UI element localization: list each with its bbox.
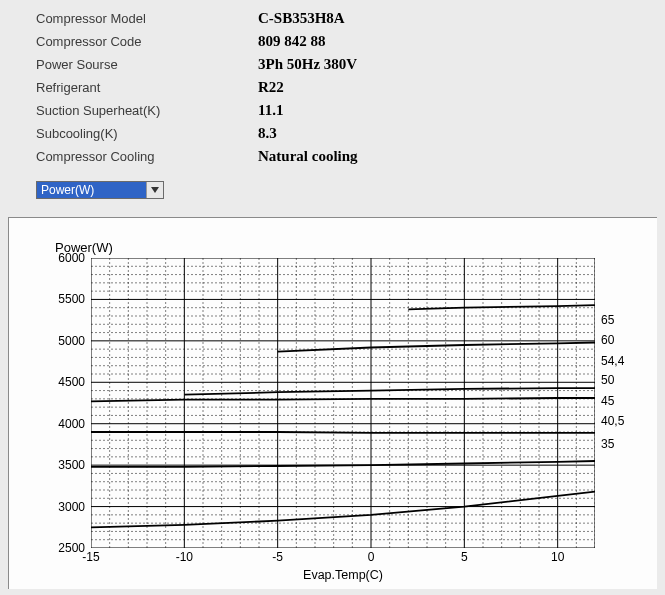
y-tick: 4500 <box>58 375 85 389</box>
spec-value: 3Ph 50Hz 380V <box>258 56 357 73</box>
spec-value: R22 <box>258 79 284 96</box>
plot-area <box>91 258 595 548</box>
spec-label: Compressor Code <box>36 34 258 49</box>
spec-label: Power Sourse <box>36 57 258 72</box>
y-tick: 6000 <box>58 251 85 265</box>
spec-row: Suction Superheat(K)11.1 <box>36 102 665 125</box>
chart-type-dropdown[interactable]: Power(W) <box>36 181 164 199</box>
x-tick: -5 <box>272 550 283 564</box>
power-chart: Power(W) 2500300035004000450050005500600… <box>8 217 657 589</box>
spec-label: Subcooling(K) <box>36 126 258 141</box>
spec-value: C-SB353H8A <box>258 10 345 27</box>
spec-row: Compressor ModelC-SB353H8A <box>36 10 665 33</box>
series-label: 40,5 <box>601 414 624 428</box>
series-label: 54,4 <box>601 354 624 368</box>
spec-value: 8.3 <box>258 125 277 142</box>
spec-label: Suction Superheat(K) <box>36 103 258 118</box>
series-label: 45 <box>601 394 614 408</box>
x-tick: 0 <box>368 550 375 564</box>
series-label: 35 <box>601 437 614 451</box>
spec-row: Compressor CoolingNatural cooling <box>36 148 665 171</box>
x-axis-label: Evap.Temp(C) <box>91 568 595 582</box>
spec-label: Compressor Cooling <box>36 149 258 164</box>
y-tick: 2500 <box>58 541 85 555</box>
spec-value: 809 842 88 <box>258 33 326 50</box>
x-axis-ticks: -15-10-50510 <box>91 550 595 566</box>
spec-label: Refrigerant <box>36 80 258 95</box>
y-axis-ticks: 25003000350040004500500055006000 <box>51 258 87 548</box>
x-tick: -10 <box>176 550 193 564</box>
spec-label: Compressor Model <box>36 11 258 26</box>
series-label: 65 <box>601 313 614 327</box>
spec-value: Natural cooling <box>258 148 358 165</box>
y-tick: 5000 <box>58 334 85 348</box>
spec-row: Power Sourse3Ph 50Hz 380V <box>36 56 665 79</box>
y-tick: 3500 <box>58 458 85 472</box>
y-tick: 4000 <box>58 417 85 431</box>
spec-table: Compressor ModelC-SB353H8ACompressor Cod… <box>0 0 665 175</box>
x-tick: 5 <box>461 550 468 564</box>
series-label: 60 <box>601 333 614 347</box>
x-tick: 10 <box>551 550 564 564</box>
y-tick: 5500 <box>58 292 85 306</box>
spec-row: Subcooling(K)8.3 <box>36 125 665 148</box>
spec-row: RefrigerantR22 <box>36 79 665 102</box>
y-tick: 3000 <box>58 500 85 514</box>
spec-value: 11.1 <box>258 102 283 119</box>
chart-type-dropdown-value: Power(W) <box>37 182 146 198</box>
x-tick: -15 <box>82 550 99 564</box>
series-label: 50 <box>601 373 614 387</box>
spec-row: Compressor Code809 842 88 <box>36 33 665 56</box>
chevron-down-icon <box>146 182 163 198</box>
series-labels: 656054,4504540,535 <box>601 258 651 548</box>
